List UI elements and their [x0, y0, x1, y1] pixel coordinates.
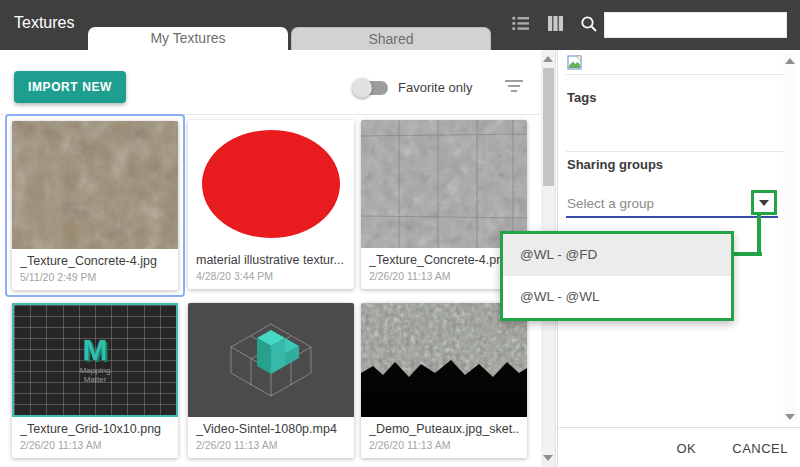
group-dropdown: @WL - @FD @WL - @WL	[500, 231, 734, 321]
card-date: 2/26/20 11:13 AM	[369, 439, 519, 451]
page-title: Textures	[14, 14, 74, 32]
mapping-matter-logo: M MappingMatter	[14, 305, 176, 415]
thumbnail-concrete-tan	[12, 121, 178, 249]
dropdown-option-wl-wl[interactable]: @WL - @WL	[503, 276, 731, 318]
broken-image-icon	[567, 55, 583, 71]
card-date: 5/11/20 2:49 PM	[20, 271, 170, 283]
group-select-placeholder: Select a group	[567, 196, 654, 211]
thumbnail-concrete-gray	[361, 120, 527, 248]
scrollbar-thumb[interactable]	[543, 68, 554, 186]
dropdown-option-wl-fd[interactable]: @WL - @FD	[503, 234, 731, 276]
select-underline	[566, 216, 778, 218]
top-bar: Textures My Textures Shared	[0, 0, 800, 50]
card-name: _Demo_Puteaux.jpg_sket...	[369, 422, 519, 436]
filter-icon[interactable]	[505, 80, 523, 94]
card-name: _Texture_Grid-10x10.png	[20, 422, 170, 436]
selected-card-outline: _Texture_Concrete-4.jpg 5/11/20 2:49 PM	[5, 114, 185, 297]
footer-buttons: OK CANCEL	[676, 441, 788, 456]
tags-label: Tags	[567, 90, 596, 105]
sharing-groups-label: Sharing groups	[567, 157, 663, 172]
texture-card-material-illustrative[interactable]: material illustrative textur... 4/28/20 …	[188, 120, 354, 289]
scroll-down-icon[interactable]	[785, 414, 795, 420]
scroll-down-icon[interactable]	[543, 455, 553, 461]
card-name: _Texture_Concrete-4.png	[369, 253, 519, 267]
grid-view-icon[interactable]	[548, 16, 563, 31]
card-date: 2/26/20 11:13 AM	[20, 439, 170, 451]
search-icon[interactable]	[580, 15, 598, 33]
highlight-connector-horizontal	[734, 252, 762, 256]
thumbnail-red-ellipse	[188, 120, 354, 248]
card-date: 2/26/20 11:13 AM	[196, 439, 346, 451]
list-view-icon[interactable]	[512, 16, 529, 31]
texture-card-concrete-jpg[interactable]: _Texture_Concrete-4.jpg 5/11/20 2:49 PM	[12, 121, 178, 290]
favorite-only-toggle[interactable]	[352, 81, 388, 95]
search-input[interactable]	[604, 12, 787, 38]
cancel-button[interactable]: CANCEL	[732, 441, 788, 456]
panel-scrollbar[interactable]	[783, 54, 797, 422]
dropdown-arrow-icon	[759, 200, 769, 206]
import-new-button[interactable]: IMPORT NEW	[14, 71, 126, 103]
textures-window: Textures My Textures Shared IMPORT NEW F…	[0, 0, 800, 467]
isometric-cube-icon	[229, 322, 313, 398]
group-select[interactable]: Select a group	[566, 189, 782, 217]
favorite-only-label: Favorite only	[398, 80, 472, 96]
card-date: 2/26/20 11:13 AM	[369, 270, 519, 282]
tab-shared[interactable]: Shared	[291, 27, 491, 50]
tab-my-textures[interactable]: My Textures	[88, 27, 288, 50]
scroll-up-icon[interactable]	[543, 56, 553, 62]
thumbnail-mapping-matter-grid: M MappingMatter	[12, 303, 178, 417]
scroll-up-icon[interactable]	[785, 58, 795, 64]
texture-card-demo-puteaux[interactable]: _Demo_Puteaux.jpg_sket... 2/26/20 11:13 …	[361, 303, 527, 458]
card-name: material illustrative textur...	[196, 253, 346, 267]
thumbnail-cube-logo	[188, 303, 354, 417]
group-select-arrow-highlight[interactable]	[751, 190, 777, 215]
panel-divider	[566, 151, 788, 152]
panel-divider	[566, 74, 788, 75]
card-name: _Video-Sintel-1080p.mp4	[196, 422, 346, 436]
highlight-connector-vertical	[757, 215, 761, 256]
texture-card-video-sintel[interactable]: _Video-Sintel-1080p.mp4 2/26/20 11:13 AM	[188, 303, 354, 458]
tab-bar: My Textures Shared	[88, 27, 491, 50]
footer-divider	[558, 427, 800, 428]
card-date: 4/28/20 3:44 PM	[196, 270, 346, 282]
ok-button[interactable]: OK	[676, 441, 696, 456]
toggle-knob	[352, 78, 372, 98]
texture-card-grid[interactable]: M MappingMatter _Texture_Grid-10x10.png …	[12, 303, 178, 458]
card-name: _Texture_Concrete-4.jpg	[20, 254, 170, 268]
